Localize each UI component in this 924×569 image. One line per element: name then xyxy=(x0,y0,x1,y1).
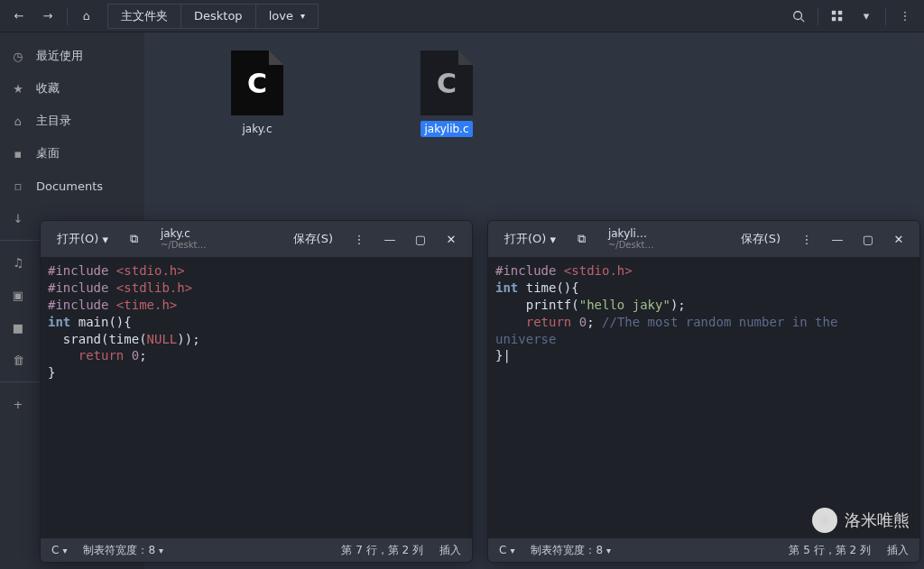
sidebar-item-label: 最近使用 xyxy=(36,48,83,64)
svg-line-1 xyxy=(801,18,805,22)
status-position: 第 7 行，第 2 列 xyxy=(341,543,423,558)
sidebar-item-starred[interactable]: ★ 收藏 xyxy=(0,72,144,105)
menu-button[interactable]: ⋮ xyxy=(793,226,820,252)
grid-icon xyxy=(831,10,844,23)
sidebar-item-documents[interactable]: ▫ Documents xyxy=(0,170,144,202)
breadcrumb-item[interactable]: 主文件夹 xyxy=(107,4,181,29)
pictures-icon: ▣ xyxy=(11,289,25,302)
chevron-down-icon: ▾ xyxy=(62,546,67,555)
watermark-text: 洛米唯熊 xyxy=(845,509,910,531)
new-tab-button[interactable]: ⧉ xyxy=(121,226,148,252)
svg-rect-4 xyxy=(832,16,836,20)
search-button[interactable] xyxy=(785,4,812,29)
new-tab-button[interactable]: ⧉ xyxy=(568,226,596,252)
editor-window-left: 打开(O) ▾ ⧉ jaky.c ~/Deskt… 保存(S) ⋮ — ▢ ✕ … xyxy=(40,220,473,563)
file-name-label: jakylib.c xyxy=(420,121,472,137)
new-window-icon: ⧉ xyxy=(130,232,138,246)
sidebar-item-label: Documents xyxy=(36,179,103,193)
menu-button[interactable]: ⋮ xyxy=(346,226,373,252)
file-manager-toolbar: ← → ⌂ 主文件夹 Desktop love ▾ ▾ ⋮ xyxy=(0,0,924,32)
svg-point-0 xyxy=(794,11,802,19)
svg-rect-2 xyxy=(832,10,836,14)
close-button[interactable]: ✕ xyxy=(885,226,912,252)
sidebar-item-desktop[interactable]: ▪ 桌面 xyxy=(0,137,144,170)
wechat-icon: ❋ xyxy=(812,508,837,533)
sidebar-item-recent[interactable]: ◷ 最近使用 xyxy=(0,40,144,72)
sidebar-item-label: 桌面 xyxy=(36,145,60,161)
c-file-icon: C xyxy=(231,50,283,115)
sidebar-item-label: 收藏 xyxy=(36,80,60,96)
editor-filepath: ~/Deskt… xyxy=(608,240,654,250)
view-dropdown-button[interactable]: ▾ xyxy=(853,4,880,29)
file-item[interactable]: C jaky.c xyxy=(217,50,298,195)
chevron-down-icon: ▾ xyxy=(102,233,108,246)
file-icon-view[interactable]: C jaky.c C jakylib.c xyxy=(144,32,924,213)
menu-button[interactable]: ⋮ xyxy=(892,4,919,29)
breadcrumb-item[interactable]: love ▾ xyxy=(256,4,319,29)
status-mode: 插入 xyxy=(439,543,461,558)
status-language[interactable]: C▾ xyxy=(499,544,514,556)
home-button[interactable]: ⌂ xyxy=(73,4,100,29)
chevron-down-icon: ▾ xyxy=(864,9,870,23)
separator xyxy=(885,7,886,25)
videos-icon: ■ xyxy=(11,321,25,335)
maximize-icon: ▢ xyxy=(415,233,426,246)
close-icon: ✕ xyxy=(894,233,904,246)
new-window-icon: ⧉ xyxy=(578,232,586,246)
minimize-icon: — xyxy=(832,233,844,246)
editor-filename: jakyli… xyxy=(608,228,647,240)
forward-button[interactable]: → xyxy=(34,4,61,29)
sidebar-item-label: 主目录 xyxy=(36,113,71,129)
status-mode: 插入 xyxy=(887,543,909,558)
editor-filename: jaky.c xyxy=(161,228,190,240)
separator xyxy=(67,7,68,25)
open-button[interactable]: 打开(O) ▾ xyxy=(48,226,117,252)
editor-title: jakyli… ~/Deskt… xyxy=(599,226,663,252)
status-language[interactable]: C▾ xyxy=(51,544,67,556)
document-icon: ▫ xyxy=(11,179,25,193)
music-icon: ♫ xyxy=(11,256,25,270)
file-name-label: jaky.c xyxy=(238,121,275,137)
separator xyxy=(818,7,818,25)
code-editor[interactable]: #include <stdio.h>int time(){ printf("he… xyxy=(488,257,919,538)
toolbar-right: ▾ ⋮ xyxy=(785,4,919,29)
breadcrumb: 主文件夹 Desktop love ▾ xyxy=(107,4,783,29)
back-button[interactable]: ← xyxy=(5,4,32,29)
plus-icon: + xyxy=(11,398,25,411)
c-file-icon: C xyxy=(420,50,473,115)
breadcrumb-item[interactable]: Desktop xyxy=(181,4,256,29)
code-editor[interactable]: #include <stdio.h>#include <stdlib.h>#in… xyxy=(41,257,472,538)
chevron-down-icon: ▾ xyxy=(300,11,305,21)
minimize-button[interactable]: — xyxy=(376,226,403,252)
view-mode-button[interactable] xyxy=(824,4,851,29)
breadcrumb-label: love xyxy=(269,9,293,23)
sidebar-item-home[interactable]: ⌂ 主目录 xyxy=(0,105,144,137)
search-icon xyxy=(792,10,805,23)
kebab-icon: ⋮ xyxy=(354,233,365,246)
editor-statusbar: C▾ 制表符宽度：8▾ 第 7 行，第 2 列 插入 xyxy=(41,538,472,562)
editor-statusbar: C▾ 制表符宽度：8▾ 第 5 行，第 2 列 插入 xyxy=(488,538,919,562)
chevron-down-icon: ▾ xyxy=(510,546,514,555)
editor-header: 打开(O) ▾ ⧉ jaky.c ~/Deskt… 保存(S) ⋮ — ▢ ✕ xyxy=(41,221,472,257)
maximize-icon: ▢ xyxy=(863,233,873,246)
kebab-icon: ⋮ xyxy=(801,233,813,246)
svg-rect-3 xyxy=(838,10,842,14)
save-button[interactable]: 保存(S) xyxy=(284,226,342,252)
chevron-down-icon: ▾ xyxy=(159,546,163,555)
open-label: 打开(O) xyxy=(57,231,98,247)
status-tabwidth[interactable]: 制表符宽度：8▾ xyxy=(83,543,163,558)
maximize-button[interactable]: ▢ xyxy=(855,226,882,252)
desktop-icon: ▪ xyxy=(11,147,25,161)
maximize-button[interactable]: ▢ xyxy=(407,226,434,252)
clock-icon: ◷ xyxy=(11,50,25,63)
status-position: 第 5 行，第 2 列 xyxy=(789,543,871,558)
minimize-icon: — xyxy=(384,233,396,246)
editor-title: jaky.c ~/Deskt… xyxy=(152,226,216,252)
status-tabwidth[interactable]: 制表符宽度：8▾ xyxy=(531,543,611,558)
save-button[interactable]: 保存(S) xyxy=(732,226,790,252)
open-label: 打开(O) xyxy=(504,231,546,247)
minimize-button[interactable]: — xyxy=(824,226,851,252)
open-button[interactable]: 打开(O) ▾ xyxy=(495,226,565,252)
file-item[interactable]: C jakylib.c xyxy=(406,50,487,195)
close-button[interactable]: ✕ xyxy=(438,226,465,252)
